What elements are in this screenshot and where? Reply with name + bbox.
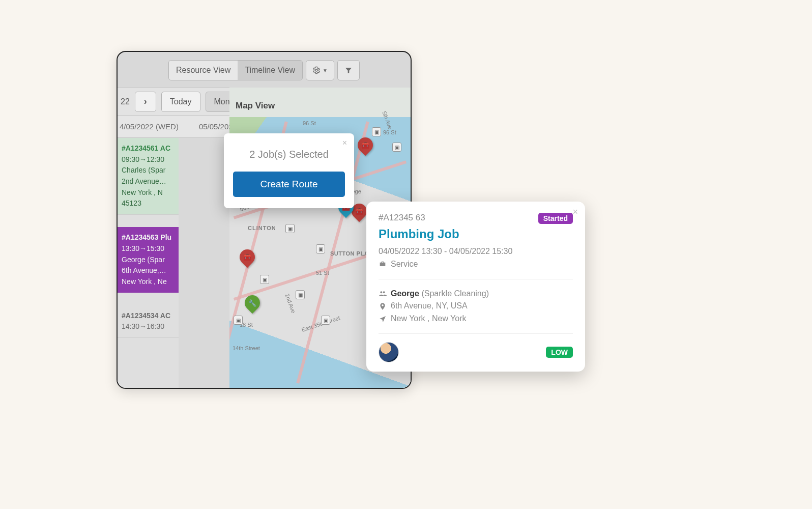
pin-icon: [379, 302, 387, 310]
briefcase-icon: [379, 260, 387, 268]
filter-button[interactable]: [337, 60, 360, 80]
job-address: 2nd Avenue…: [122, 176, 175, 187]
people-icon: [379, 290, 387, 298]
popup-headline: 2 Job(s) Selected: [233, 149, 345, 160]
today-button[interactable]: Today: [161, 92, 200, 112]
job-time-range: 04/05/2022 13:30 - 04/05/2022 15:30: [379, 245, 573, 258]
briefcase-icon: 🧰: [243, 253, 251, 261]
job-type: Service: [391, 258, 418, 271]
job-title[interactable]: Plumbing Job: [379, 227, 573, 241]
transit-stop-icon: ▣: [285, 224, 295, 233]
close-button[interactable]: ×: [342, 138, 347, 148]
job-region: New York , New York: [391, 313, 467, 325]
close-icon: ×: [572, 207, 578, 217]
job-detail-card: × #A12345 63 Started Plumbing Job 04/05/…: [366, 202, 585, 372]
create-route-button[interactable]: Create Route: [233, 172, 345, 197]
avatar[interactable]: [379, 342, 399, 362]
settings-button[interactable]: ▼: [306, 60, 334, 80]
job-person: George (Spar: [122, 254, 175, 266]
job-city: New York , Ne: [122, 276, 175, 288]
job-id: #A1234561 AC: [122, 143, 175, 154]
transit-stop-icon: ▣: [321, 316, 330, 325]
transit-stop-icon: ▣: [316, 244, 325, 253]
job-time: 13:30→15:30: [122, 243, 175, 254]
job-city: New York , N: [122, 187, 175, 199]
street-label: 14th Street: [233, 345, 260, 351]
transit-stop-icon: ▣: [234, 316, 243, 325]
map-title: Map View: [236, 101, 275, 111]
job-card[interactable]: #A1234534 AC 14:30→16:30: [118, 305, 179, 338]
status-badge: Started: [538, 213, 573, 224]
job-pin[interactable]: 🧰: [237, 246, 258, 268]
transit-stop-icon: ▣: [392, 143, 401, 152]
transit-stop-icon: ▣: [260, 275, 269, 284]
assignee-name: George: [391, 289, 419, 298]
street-label: 96 St: [383, 129, 396, 135]
date-col-2: 05/05/202: [199, 122, 233, 131]
divider: [379, 279, 573, 279]
street-label: 2nd Ave: [284, 293, 297, 314]
street-label: 51 St: [316, 270, 329, 276]
view-toolbar: Resource View Timeline View ▼: [118, 57, 411, 83]
job-time: 14:30→16:30: [122, 321, 175, 332]
job-id: #A12345 63: [379, 213, 425, 223]
date-col-1: 4/05/2022 (WED): [120, 122, 179, 131]
priority-badge: LOW: [546, 347, 573, 358]
job-card[interactable]: #A1234561 AC 09:30→12:30 Charles (Spar 2…: [118, 138, 179, 215]
close-button[interactable]: ×: [572, 207, 578, 217]
job-card[interactable]: #A1234563 Plu 13:30→15:30 George (Spar 6…: [118, 227, 179, 293]
job-extra: 45123: [122, 198, 175, 209]
briefcase-icon: 🧰: [355, 208, 363, 215]
svg-point-0: [315, 69, 317, 71]
close-icon: ×: [342, 138, 347, 147]
briefcase-icon: 🧰: [361, 142, 369, 149]
divider: [379, 333, 573, 334]
transit-stop-icon: ▣: [296, 290, 305, 299]
job-person: Charles (Spar: [122, 165, 175, 176]
chevron-right-icon: ›: [144, 96, 147, 107]
job-time: 09:30→12:30: [122, 154, 175, 165]
caret-down-icon: ▼: [323, 68, 328, 73]
gear-icon: [312, 66, 321, 74]
assignee-company: (Sparkle Cleaning): [421, 289, 489, 298]
next-date-button[interactable]: ›: [135, 92, 156, 112]
job-address: 6th Avenue,…: [122, 265, 175, 276]
street-label: 5th Ave: [381, 110, 393, 130]
street-label: CLINTON: [248, 225, 276, 231]
timeline-view-tab[interactable]: Timeline View: [238, 61, 302, 80]
job-id: #A1234534 AC: [122, 310, 175, 322]
job-sidebar: #A1234561 AC 09:30→12:30 Charles (Spar 2…: [118, 138, 179, 388]
job-address: 6th Avenue, NY, USA: [391, 300, 468, 313]
view-toggle-group: Resource View Timeline View: [168, 60, 303, 80]
wrench-icon: 🔧: [248, 299, 256, 307]
create-route-popup: × 2 Job(s) Selected Create Route: [224, 133, 354, 208]
resource-view-tab[interactable]: Resource View: [169, 61, 238, 80]
transit-stop-icon: ▣: [372, 127, 381, 136]
street-label: 96 St: [303, 120, 316, 126]
filter-icon: [344, 66, 353, 74]
date-fragment: 22: [120, 97, 130, 106]
job-id: #A1234563 Plu: [122, 232, 175, 243]
location-arrow-icon: [379, 315, 387, 323]
